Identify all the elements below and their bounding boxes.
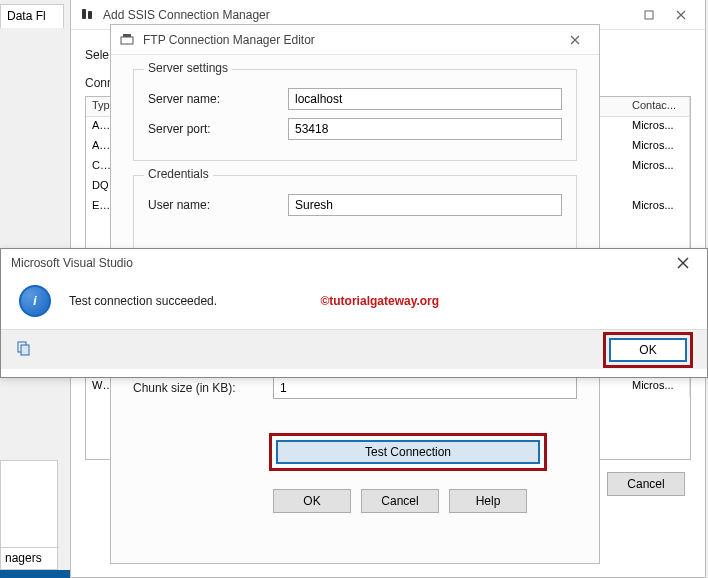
message-box: Microsoft Visual Studio i Test connectio…	[0, 248, 708, 378]
svg-rect-1	[88, 11, 92, 19]
ssis-maximize-button[interactable]	[633, 3, 665, 27]
msg-text: Test connection succeeded. ©tutorialgate…	[69, 294, 689, 308]
background-panel: nagers	[0, 460, 58, 570]
server-name-label: Server name:	[148, 92, 288, 106]
server-port-input[interactable]	[288, 118, 562, 140]
server-settings-group: Server settings Server name: Server port…	[133, 69, 577, 161]
ftp-titlebar: FTP Connection Manager Editor	[111, 25, 599, 55]
background-tab-label: Data Fl	[7, 9, 46, 23]
col-contact: Contac...	[626, 97, 690, 116]
ftp-cancel-button[interactable]: Cancel	[361, 489, 439, 513]
server-name-input[interactable]	[288, 88, 562, 110]
ssis-close-button[interactable]	[665, 3, 697, 27]
msg-titlebar: Microsoft Visual Studio	[1, 249, 707, 277]
svg-rect-3	[121, 37, 133, 44]
test-connection-highlight: Test Connection	[269, 433, 547, 471]
user-name-label: User name:	[148, 198, 288, 212]
managers-tab-label: nagers	[5, 551, 42, 565]
info-icon: i	[19, 285, 51, 317]
svg-rect-0	[82, 9, 86, 19]
ftp-title: FTP Connection Manager Editor	[143, 33, 559, 47]
msg-ok-button[interactable]: OK	[609, 338, 687, 362]
svg-rect-6	[21, 345, 29, 355]
credentials-label: Credentials	[144, 167, 213, 181]
ssis-app-icon	[79, 7, 95, 23]
msg-close-button[interactable]	[667, 251, 699, 275]
copyright-text: ©tutorialgateway.org	[320, 294, 439, 308]
server-port-label: Server port:	[148, 122, 288, 136]
managers-tab[interactable]: nagers	[1, 547, 59, 569]
ssis-cancel-button[interactable]: Cancel	[607, 472, 685, 496]
msg-title: Microsoft Visual Studio	[9, 256, 667, 270]
ftp-close-button[interactable]	[559, 28, 591, 52]
ok-highlight: OK	[603, 332, 693, 368]
server-settings-label: Server settings	[144, 61, 232, 75]
test-connection-button[interactable]: Test Connection	[276, 440, 540, 464]
user-name-input[interactable]	[288, 194, 562, 216]
chunk-input[interactable]	[273, 377, 577, 399]
chunk-label: Chunk size (in KB):	[133, 381, 273, 395]
ssis-title: Add SSIS Connection Manager	[103, 8, 633, 22]
svg-rect-2	[645, 11, 653, 19]
ftp-help-button[interactable]: Help	[449, 489, 527, 513]
ftp-ok-button[interactable]: OK	[273, 489, 351, 513]
svg-rect-4	[123, 34, 131, 37]
copy-icon[interactable]	[15, 341, 33, 359]
ftp-app-icon	[119, 32, 135, 48]
background-tab[interactable]: Data Fl	[0, 4, 64, 28]
